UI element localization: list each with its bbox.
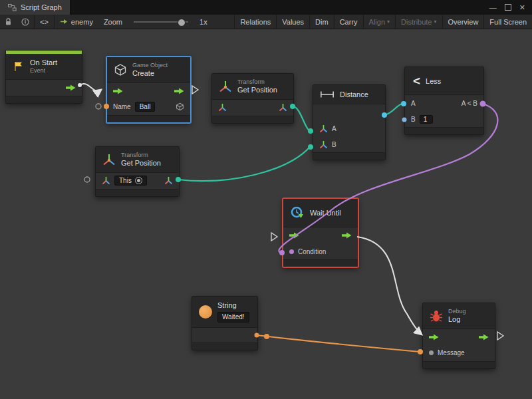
vector-port-icon[interactable] bbox=[319, 124, 328, 133]
graph-name[interactable]: enemy bbox=[55, 15, 98, 29]
node-title: String bbox=[217, 301, 249, 310]
node-string[interactable]: String Waited! bbox=[192, 296, 258, 350]
transform-port-icon[interactable] bbox=[102, 176, 110, 185]
node-header: String Waited! bbox=[192, 297, 257, 328]
dim-label: Dim bbox=[315, 18, 329, 26]
flag-icon bbox=[13, 61, 25, 72]
name-field[interactable]: Ball bbox=[135, 102, 156, 112]
wire-getposition-top-to-distance-a[interactable] bbox=[293, 106, 310, 131]
code-view-button[interactable]: <> bbox=[35, 15, 54, 29]
input-b-row: B 1 bbox=[405, 111, 483, 127]
position-out-port-icon[interactable] bbox=[279, 103, 287, 112]
minimize-icon[interactable]: — bbox=[489, 3, 497, 11]
node-game-object-create[interactable]: Game Object Create Name Ball bbox=[106, 57, 191, 123]
values-label: Values bbox=[282, 18, 304, 26]
graph-asset-icon bbox=[60, 18, 68, 25]
flow-row bbox=[107, 83, 190, 99]
target-field[interactable]: This bbox=[114, 176, 147, 186]
node-footer bbox=[212, 116, 293, 123]
node-footer bbox=[192, 342, 257, 350]
node-distance[interactable]: Distance A B bbox=[313, 84, 386, 160]
input-a-label: A bbox=[411, 100, 416, 107]
zoom-label: Zoom bbox=[98, 15, 128, 29]
align-button[interactable]: Align ▾ bbox=[364, 15, 395, 29]
maximize-icon[interactable] bbox=[505, 4, 511, 11]
position-out-port-icon[interactable] bbox=[164, 176, 173, 185]
flow-out-arrow-icon[interactable] bbox=[174, 88, 184, 94]
wire-waituntil-to-log[interactable] bbox=[357, 237, 422, 334]
fullscreen-button[interactable]: Full Screen bbox=[484, 15, 532, 29]
string-value-field[interactable]: Waited! bbox=[217, 312, 249, 323]
dim-button[interactable]: Dim bbox=[310, 15, 334, 29]
close-icon[interactable]: ✕ bbox=[519, 3, 525, 12]
flow-row bbox=[423, 329, 495, 345]
node-title: Less bbox=[426, 77, 441, 85]
port-dot-string-wire[interactable] bbox=[264, 334, 269, 339]
port-circle-getposition-target-unconnected[interactable] bbox=[84, 177, 90, 182]
node-on-start-event[interactable]: On Start Event bbox=[5, 50, 82, 104]
code-icon: <> bbox=[40, 18, 49, 26]
node-category: Transform bbox=[237, 78, 277, 86]
node-less[interactable]: < Less A A < B B 1 bbox=[404, 66, 484, 135]
vector-port-icon[interactable] bbox=[319, 140, 328, 149]
node-debug-log[interactable]: Debug Log Message bbox=[422, 303, 495, 369]
node-footer bbox=[6, 96, 82, 103]
node-footer bbox=[107, 115, 190, 122]
message-port-dot[interactable] bbox=[429, 350, 434, 355]
node-title: Get Position bbox=[121, 159, 161, 168]
overview-button[interactable]: Overview bbox=[443, 15, 484, 29]
tab-script-graph[interactable]: Script Graph bbox=[0, 0, 70, 15]
zoom-slider-handle[interactable] bbox=[178, 19, 186, 27]
node-footer bbox=[283, 259, 358, 267]
wire-string-to-log-message[interactable] bbox=[257, 335, 420, 352]
port-row bbox=[212, 100, 293, 116]
node-footer bbox=[313, 152, 385, 160]
node-category: Debug bbox=[448, 308, 466, 315]
condition-port-dot[interactable] bbox=[289, 249, 294, 254]
node-title: Get Position bbox=[237, 86, 277, 94]
node-title: Log bbox=[448, 315, 466, 324]
tab-title: Script Graph bbox=[21, 3, 62, 11]
lock-icon[interactable] bbox=[0, 18, 17, 26]
node-wait-until[interactable]: Wait Until Condition bbox=[283, 198, 358, 267]
distribute-button[interactable]: Distribute ▾ bbox=[396, 15, 442, 29]
graph-canvas[interactable]: On Start Event Game Object Create bbox=[0, 29, 532, 399]
flow-in-arrow-icon[interactable] bbox=[113, 88, 123, 94]
transform-port-icon[interactable] bbox=[218, 103, 227, 112]
node-title: Wait Until bbox=[310, 209, 341, 217]
object-picker-icon[interactable] bbox=[135, 177, 142, 184]
node-header: Transform Get Position bbox=[212, 74, 293, 100]
distribute-label: Distribute bbox=[401, 18, 432, 26]
flow-in-arrow-icon[interactable] bbox=[429, 334, 439, 340]
wire-getposition-bottom-to-distance-b[interactable] bbox=[178, 147, 310, 181]
node-header: Wait Until bbox=[283, 199, 358, 227]
flow-in-arrow-icon[interactable] bbox=[289, 232, 299, 239]
input-a-row: A bbox=[313, 120, 385, 136]
graph-toolbar: <> enemy Zoom 1x Relations Values Dim Ca… bbox=[0, 15, 532, 29]
less-than-icon: < bbox=[413, 74, 420, 87]
node-get-position-top[interactable]: Transform Get Position bbox=[211, 73, 294, 124]
info-icon[interactable] bbox=[17, 18, 34, 26]
b-value-field[interactable]: 1 bbox=[420, 115, 433, 124]
result-out-row bbox=[313, 104, 385, 120]
chevron-down-icon: ▾ bbox=[387, 19, 390, 25]
zoom-value: 1x bbox=[194, 15, 213, 29]
wire-distance-to-less-a[interactable] bbox=[384, 104, 402, 115]
flow-row bbox=[6, 80, 82, 96]
flow-out-arrow-icon[interactable] bbox=[342, 232, 352, 239]
wire-onstart-to-create[interactable] bbox=[80, 84, 101, 91]
port-circle-create-name-unconnected[interactable] bbox=[96, 104, 101, 109]
flow-out-arrow-icon[interactable] bbox=[479, 334, 489, 340]
values-button[interactable]: Values bbox=[277, 15, 309, 29]
zoom-slider[interactable] bbox=[134, 21, 188, 23]
input-b-label: B bbox=[332, 141, 336, 148]
clock-icon bbox=[290, 205, 305, 220]
node-header: On Start Event bbox=[6, 54, 82, 80]
node-title: On Start bbox=[30, 59, 57, 67]
target-field-value: This bbox=[119, 177, 132, 184]
bug-icon bbox=[430, 309, 443, 323]
relations-button[interactable]: Relations bbox=[235, 15, 276, 29]
node-get-position-bottom[interactable]: Transform Get Position This bbox=[95, 146, 180, 197]
carry-button[interactable]: Carry bbox=[334, 15, 363, 29]
flow-out-arrow-icon[interactable] bbox=[66, 84, 76, 91]
